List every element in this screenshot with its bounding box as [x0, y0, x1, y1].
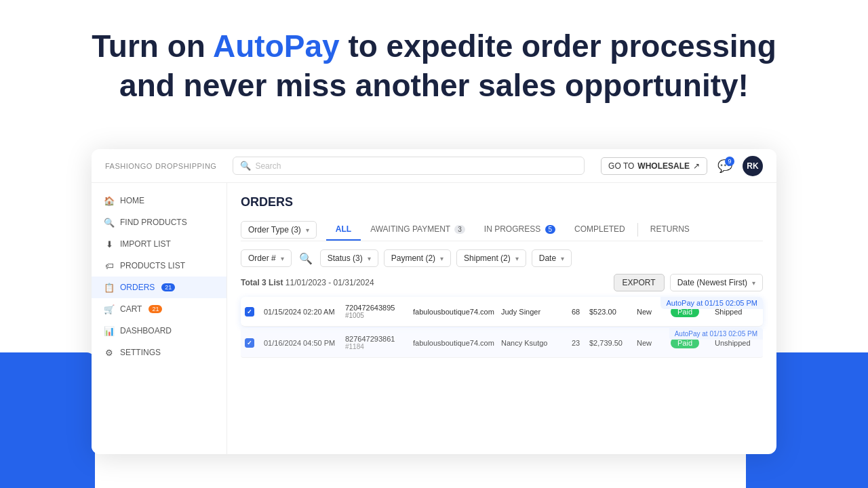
order-1-amount: $523.00: [589, 308, 637, 316]
filter-payment[interactable]: Payment (2) ▾: [384, 249, 451, 267]
order-type-filter[interactable]: Order Type (3) ▾: [241, 221, 317, 239]
top-nav: FASHIONGO DROPSHIPPING 🔍 Search GO TO WH…: [92, 149, 776, 183]
filter-order-number[interactable]: Order # ▾: [241, 249, 292, 267]
export-button[interactable]: EXPORT: [614, 274, 665, 291]
order-2-buyer: Nancy Ksutgo: [501, 339, 562, 347]
sidebar-label-cart: CART: [120, 304, 142, 314]
sidebar-label-import-list: IMPORT LIST: [120, 239, 171, 249]
logo-sub: DROPSHIPPING: [155, 162, 216, 170]
find-products-icon: 🔍: [104, 217, 115, 228]
in-progress-badge: 5: [545, 225, 556, 234]
order-row-2: AutoPay at 01/13 02:05 PM ✓ 01/16/2024 0…: [241, 328, 763, 358]
hero-section: Turn on AutoPay to expedite order proces…: [0, 0, 868, 125]
search-icon: 🔍: [240, 161, 251, 171]
sidebar-item-home[interactable]: 🏠 HOME: [92, 190, 226, 211]
order-1-date: 01/15/2024 02:20 AM: [264, 308, 345, 316]
sidebar-item-products-list[interactable]: 🏷 PRODUCTS LIST: [92, 255, 226, 277]
logo-main: FASHIONGO: [105, 162, 153, 170]
checkmark-1: ✓: [247, 308, 252, 315]
sidebar-item-orders[interactable]: 📋 ORDERS 21: [92, 277, 226, 298]
goto-icon: ↗: [693, 161, 700, 171]
filter-date[interactable]: Date ▾: [532, 249, 572, 267]
order-2-amount: $2,739.50: [589, 339, 637, 347]
filter-shipment[interactable]: Shipment (2) ▾: [456, 249, 526, 267]
app-window-inner: FASHIONGO DROPSHIPPING 🔍 Search GO TO WH…: [92, 149, 776, 454]
main-layout: 🏠 HOME 🔍 FIND PRODUCTS ⬇ IMPORT LIST 🏷 P…: [92, 183, 776, 454]
sidebar-label-products-list: PRODUCTS LIST: [120, 261, 185, 270]
order-1-id: #1005: [345, 312, 413, 319]
autopay-text-2: AutoPay at 01/13 02:05 PM: [675, 330, 757, 338]
goto-bold: WHOLESALE: [637, 161, 690, 171]
order-1-check[interactable]: ✓: [245, 307, 264, 317]
checkmark-2: ✓: [247, 340, 252, 346]
goto-wholesale-button[interactable]: GO TO WHOLESALE ↗: [601, 157, 707, 175]
sidebar-item-find-products[interactable]: 🔍 FIND PRODUCTS: [92, 211, 226, 233]
checkbox-1[interactable]: ✓: [245, 307, 254, 317]
app-window: FASHIONGO DROPSHIPPING 🔍 Search GO TO WH…: [92, 149, 776, 454]
filter-search-icon-btn[interactable]: 🔍: [297, 249, 315, 267]
autopay-label-2: AutoPay at 01/13 02:05 PM: [669, 328, 763, 340]
filter-date-chevron: ▾: [561, 255, 564, 262]
sort-chevron: ▾: [752, 279, 755, 287]
page-title: ORDERS: [241, 195, 763, 209]
hero-autopay-highlight: AutoPay: [213, 28, 340, 64]
autopay-label-1: AutoPay at 01/15 02:05 PM: [660, 297, 763, 309]
autopay-text-1: AutoPay at 01/15 02:05 PM: [666, 299, 757, 307]
order-2-shipment: Unshipped: [715, 339, 769, 347]
order-1-num: 720472643895: [345, 304, 413, 312]
order-row: AutoPay at 01/15 02:05 PM ✓ 01/15/2024 0…: [241, 297, 763, 327]
awaiting-payment-badge: 3: [454, 225, 465, 234]
orders-icon: 📋: [104, 282, 115, 293]
order-2-type: New: [637, 339, 671, 347]
sidebar-item-import-list[interactable]: ⬇ IMPORT LIST: [92, 233, 226, 255]
tab-completed[interactable]: COMPLETED: [565, 219, 635, 241]
order-1-items: 68: [562, 308, 589, 316]
order-1-buyer: Judy Singer: [501, 308, 562, 316]
filter-status[interactable]: Status (3) ▾: [320, 249, 378, 267]
nav-right: GO TO WHOLESALE ↗ 💬 9 RK: [601, 155, 763, 177]
sidebar-label-orders: ORDERS: [120, 283, 155, 292]
checkbox-2[interactable]: ✓: [245, 338, 254, 348]
sort-select[interactable]: Date (Newest First) ▾: [670, 274, 763, 291]
tab-returns[interactable]: RETURNS: [641, 219, 699, 241]
logo: FASHIONGO DROPSHIPPING: [105, 161, 216, 171]
orders-badge: 21: [161, 283, 175, 291]
filters-row: Order # ▾ 🔍 Status (3) ▾ Payment (2): [241, 249, 763, 267]
filter-order-chevron: ▾: [281, 255, 284, 262]
search-bar[interactable]: 🔍 Search: [233, 157, 585, 175]
tab-awaiting-payment[interactable]: AWAITING PAYMENT 3: [361, 219, 475, 241]
tab-all[interactable]: ALL: [326, 219, 361, 241]
tab-divider: [637, 223, 638, 237]
summary-actions: EXPORT Date (Newest First) ▾: [614, 274, 763, 291]
hero-title: Turn on AutoPay to expedite order proces…: [14, 27, 854, 105]
chat-icon-button[interactable]: 💬 9: [714, 155, 736, 177]
blue-accent-left: [0, 352, 95, 488]
import-list-icon: ⬇: [104, 239, 115, 249]
filter-search-icon: 🔍: [299, 252, 313, 265]
tab-in-progress[interactable]: IN PROGRESS 5: [475, 219, 565, 241]
sidebar-label-settings: SETTINGS: [120, 348, 161, 357]
settings-icon: ⚙: [104, 347, 115, 358]
cart-icon: 🛒: [104, 304, 115, 314]
order-type-chevron: ▾: [306, 226, 309, 234]
sidebar-item-cart[interactable]: 🛒 CART 21: [92, 298, 226, 320]
hero-title-post: to expedite order processing: [340, 28, 776, 64]
sidebar-item-settings[interactable]: ⚙ SETTINGS: [92, 342, 226, 363]
summary-total: Total 3 List: [241, 278, 283, 287]
chat-badge: 9: [725, 157, 734, 166]
sidebar-label-dashboard: DASHBOARD: [120, 326, 172, 336]
orders-table: AutoPay at 01/15 02:05 PM ✓ 01/15/2024 0…: [241, 297, 763, 358]
order-2-id: #1184: [345, 343, 413, 350]
sidebar-item-dashboard[interactable]: 📊 DASHBOARD: [92, 320, 226, 342]
summary-text: Total 3 List 11/01/2023 - 01/31/2024: [241, 278, 374, 287]
avatar[interactable]: RK: [743, 156, 763, 176]
sidebar: 🏠 HOME 🔍 FIND PRODUCTS ⬇ IMPORT LIST 🏷 P…: [92, 183, 227, 454]
cart-badge: 21: [149, 305, 162, 313]
home-icon: 🏠: [104, 195, 115, 206]
order-2-number: 827647293861 #1184: [345, 335, 413, 350]
search-placeholder: Search: [255, 161, 281, 171]
order-2-check[interactable]: ✓: [245, 338, 264, 348]
sort-label: Date (Newest First): [677, 278, 747, 287]
sidebar-label-find-products: FIND PRODUCTS: [120, 218, 187, 227]
products-list-icon: 🏷: [104, 260, 115, 271]
